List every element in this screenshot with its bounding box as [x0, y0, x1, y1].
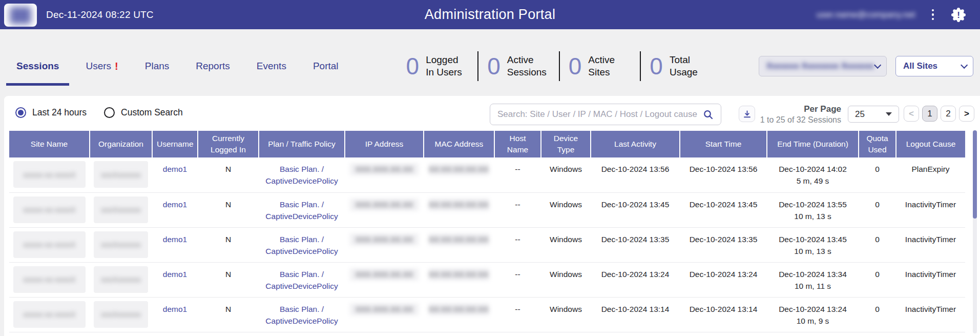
cell-device: Windows: [541, 227, 591, 262]
username-link[interactable]: demo1: [163, 200, 187, 209]
cell-username: demo1: [152, 157, 198, 192]
stat-value: 0: [406, 54, 420, 78]
table-row: xxxxx-xx-xxxxX xxxXxxxxxx demo1 N Basic …: [9, 227, 965, 262]
col-plan-traffic-policy: Plan / Traffic Policy: [259, 131, 345, 157]
table-header-row: Site Name Organization Username Currentl…: [9, 131, 965, 157]
tab-sessions[interactable]: Sessions: [6, 59, 69, 73]
search-icon[interactable]: [703, 109, 714, 120]
organization-dropdown[interactable]: Xxxxxxx Xxxxxxxx Xxxxxxx: [759, 56, 887, 76]
app-logo: [4, 4, 37, 27]
search-box: [490, 104, 721, 125]
cell-end-time: Dec-10-2024 13:3410 m, 11 s: [767, 262, 859, 297]
username-link[interactable]: demo1: [163, 270, 187, 279]
cell-plan: Basic Plan. /CaptiveDevicePolicy: [259, 192, 345, 227]
cell-ip: XXX.XXX.XX.XX: [345, 297, 424, 332]
table-scrollbar-thumb[interactable]: [973, 130, 977, 219]
page-size-value: 25: [855, 109, 865, 120]
stat-active-sites: 0 Active Sites: [569, 54, 632, 78]
sessions-table-area: Site Name Organization Username Currentl…: [4, 131, 980, 332]
cell-host: --: [494, 157, 541, 192]
col-site-name: Site Name: [9, 131, 90, 157]
stat-divider: [559, 51, 560, 81]
cell-device: Windows: [541, 157, 591, 192]
col-mac-address: MAC Address: [424, 131, 494, 157]
cell-quota: 0: [859, 192, 896, 227]
cell-start-time: Dec-10-2024 13:56: [680, 157, 767, 192]
download-icon: [743, 110, 752, 118]
search-input[interactable]: [497, 109, 703, 120]
cell-logout-cause: InactivityTimer: [896, 192, 965, 227]
top-header: Dec-11-2024 08:22 UTC Administration Por…: [0, 0, 980, 29]
cell-start-time: Dec-10-2024 13:45: [680, 192, 767, 227]
radio-custom-search[interactable]: Custom Search: [104, 107, 183, 118]
plan-link[interactable]: Basic Plan. /CaptiveDevicePolicy: [265, 305, 338, 325]
page-1-button[interactable]: 1: [922, 106, 937, 122]
cell-last-activity: Dec-10-2024 13:24: [591, 262, 680, 297]
username-link[interactable]: demo1: [163, 235, 187, 244]
alert-badge-icon[interactable]: !: [950, 7, 967, 23]
page-2-button[interactable]: 2: [941, 106, 956, 122]
table-scrollbar-track[interactable]: [973, 130, 977, 333]
cell-logout-cause: InactivityTimer: [896, 262, 965, 297]
cell-organization: xxxXxxxxxx: [90, 262, 152, 297]
overflow-menu-icon[interactable]: [929, 7, 937, 23]
next-page-button[interactable]: >: [959, 106, 974, 122]
cell-site-name: xxxxx-xx-xxxxX: [9, 157, 90, 192]
sites-dropdown[interactable]: All Sites: [895, 56, 973, 76]
cell-end-time: Dec-10-2024 14:025 m, 49 s: [767, 157, 859, 192]
cell-plan: Basic Plan. /CaptiveDevicePolicy: [259, 227, 345, 262]
cell-organization: xxxXxxxxxx: [90, 227, 152, 262]
logo-image-blurred: [10, 7, 31, 24]
cell-logged-in: N: [198, 227, 259, 262]
tab-users[interactable]: Users!: [75, 59, 128, 73]
users-alert-icon: !: [115, 61, 118, 72]
cell-plan: Basic Plan. /CaptiveDevicePolicy: [259, 297, 345, 332]
stat-divider: [640, 51, 641, 81]
stat-label: Total Usage: [670, 54, 713, 78]
col-organization: Organization: [90, 131, 152, 157]
cell-ip: XXX.XXX.XX.XX: [345, 262, 424, 297]
cell-username: demo1: [152, 227, 198, 262]
cell-logged-in: N: [198, 157, 259, 192]
stat-label: Logged In Users: [426, 54, 469, 78]
cell-mac: XX:XX:XX:XX:XX:XX: [424, 227, 494, 262]
col-currently-logged-in: Currently Logged In: [198, 131, 259, 157]
cell-logout-cause: PlanExpiry: [896, 157, 965, 192]
plan-link[interactable]: Basic Plan. /CaptiveDevicePolicy: [265, 235, 338, 255]
username-link[interactable]: demo1: [163, 165, 187, 173]
prev-page-button[interactable]: <: [904, 106, 919, 122]
table-row: xxxxx-xx-xxxxX xxxXxxxxxx demo1 N Basic …: [9, 262, 965, 297]
cell-host: --: [494, 262, 541, 297]
cell-ip: XXX.XXX.XX.XX: [345, 192, 424, 227]
stat-label: Active Sites: [588, 54, 631, 78]
results-range: 1 to 25 of 32 Sessions: [759, 115, 841, 126]
stat-total-usage: 0 Total Usage: [650, 54, 713, 78]
plan-link[interactable]: Basic Plan. /CaptiveDevicePolicy: [265, 200, 338, 221]
tab-plans[interactable]: Plans: [135, 59, 180, 73]
page-size-select[interactable]: 25: [848, 106, 899, 123]
radio-unselected-icon: [104, 107, 115, 118]
caret-down-icon: [886, 112, 892, 116]
radio-last-24-hours[interactable]: Last 24 hours: [15, 107, 87, 118]
download-button[interactable]: [739, 106, 755, 122]
plan-link[interactable]: Basic Plan. /CaptiveDevicePolicy: [265, 270, 338, 290]
stat-label: Active Sessions: [507, 54, 550, 78]
cell-logged-in: N: [198, 297, 259, 332]
col-quota-used: Quota Used: [859, 131, 896, 157]
tab-reports[interactable]: Reports: [185, 59, 240, 73]
col-ip-address: IP Address: [345, 131, 424, 157]
sites-dropdown-value: All Sites: [903, 61, 937, 71]
col-username: Username: [152, 131, 198, 157]
username-link[interactable]: demo1: [163, 305, 187, 313]
cell-plan: Basic Plan. /CaptiveDevicePolicy: [259, 157, 345, 192]
sessions-panel: Last 24 hours Custom Search Per Page 1 t…: [4, 96, 980, 336]
plan-link[interactable]: Basic Plan. /CaptiveDevicePolicy: [265, 165, 338, 185]
svg-text:!: !: [957, 10, 960, 20]
table-row: xxxxx-xx-xxxxX xxxXxxxxxx demo1 N Basic …: [9, 297, 965, 332]
tab-stats-band: Sessions Users! Plans Reports Events Por…: [0, 29, 980, 96]
tab-portal[interactable]: Portal: [303, 59, 349, 73]
cell-username: demo1: [152, 262, 198, 297]
cell-logout-cause: InactivityTimer: [896, 227, 965, 262]
tab-events[interactable]: Events: [246, 59, 297, 73]
chevron-down-icon: [961, 62, 968, 69]
